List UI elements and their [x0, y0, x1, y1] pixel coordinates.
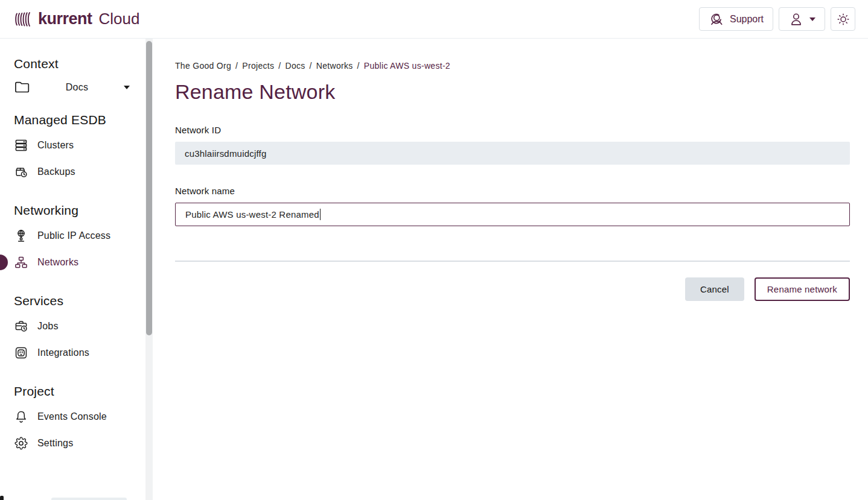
breadcrumb-project-docs[interactable]: Docs	[285, 61, 305, 71]
sidebar: Context Docs Managed ESDB Clusters	[0, 39, 155, 500]
backup-clock-icon	[14, 165, 28, 179]
breadcrumb-org[interactable]: The Good Org	[175, 61, 231, 71]
breadcrumb-separator: /	[357, 61, 360, 71]
sidebar-item-backups[interactable]: Backups	[0, 159, 155, 185]
context-selector[interactable]: Docs	[14, 80, 130, 95]
top-header: kurrent Cloud Support	[0, 0, 868, 39]
sidebar-item-label: Jobs	[37, 321, 59, 332]
brand-name: kurrent	[38, 10, 92, 28]
breadcrumb-separator: /	[235, 61, 238, 71]
servers-icon	[14, 138, 28, 153]
header-actions: Support	[699, 7, 855, 31]
rename-network-button[interactable]: Rename network	[755, 277, 850, 301]
headset-support-icon	[709, 11, 724, 27]
sidebar-item-label: Settings	[37, 438, 73, 449]
network-name-value: Public AWS us-west-2 Renamed	[185, 209, 319, 220]
network-tree-icon	[14, 255, 28, 270]
text-cursor	[320, 209, 321, 220]
context-selected-value: Docs	[30, 82, 124, 93]
kurrent-stripes-icon	[14, 10, 33, 28]
section-heading-context: Context	[14, 57, 141, 71]
sidebar-item-label: Public IP Access	[37, 230, 110, 241]
network-name-input[interactable]: Public AWS us-west-2 Renamed	[175, 203, 850, 226]
user-menu-button[interactable]	[779, 7, 825, 31]
sidebar-item-events-console[interactable]: Events Console	[0, 403, 155, 430]
brand-logo[interactable]: kurrent Cloud	[14, 10, 139, 28]
breadcrumb-networks[interactable]: Networks	[316, 61, 353, 71]
sidebar-item-integrations[interactable]: Integrations	[0, 340, 155, 366]
folder-icon	[14, 80, 30, 95]
sidebar-item-label: Backups	[37, 166, 75, 177]
section-heading-managed-esdb: Managed ESDB	[14, 113, 141, 127]
page-title: Rename Network	[175, 80, 850, 104]
breadcrumb: The Good Org/Projects/Docs/Networks/Publ…	[175, 61, 850, 71]
brand-suffix: Cloud	[99, 10, 140, 28]
main-content: The Good Org/Projects/Docs/Networks/Publ…	[155, 39, 868, 500]
sidebar-item-clusters[interactable]: Clusters	[0, 132, 155, 159]
network-id-value: cu3hlaiirsdmuidcjffg	[185, 148, 266, 159]
sidebar-item-label: Networks	[37, 257, 78, 268]
sidebar-item-settings[interactable]: Settings	[0, 430, 155, 457]
user-icon	[788, 11, 804, 27]
breadcrumb-projects[interactable]: Projects	[242, 61, 274, 71]
sidebar-item-jobs[interactable]: Jobs	[0, 313, 155, 340]
active-item-indicator	[0, 255, 8, 270]
section-heading-project: Project	[14, 384, 141, 399]
caret-down-icon	[124, 86, 130, 89]
globe-stand-icon	[14, 229, 28, 243]
theme-toggle-button[interactable]	[831, 7, 855, 31]
breadcrumb-current-network: Public AWS us-west-2	[364, 61, 450, 71]
section-heading-services: Services	[14, 294, 141, 308]
support-button[interactable]: Support	[699, 7, 773, 31]
sidebar-item-label: Events Console	[37, 411, 107, 422]
clipped-bottom-element	[51, 498, 127, 500]
sidebar-item-networks[interactable]: Networks	[0, 249, 155, 276]
gear-icon	[14, 436, 28, 451]
form-divider	[175, 261, 850, 262]
sidebar-item-public-ip-access[interactable]: Public IP Access	[0, 223, 155, 249]
support-label: Support	[730, 14, 764, 25]
sidebar-item-label: Clusters	[37, 140, 74, 151]
sun-icon	[836, 12, 850, 27]
section-heading-networking: Networking	[14, 203, 141, 218]
network-id-field: cu3hlaiirsdmuidcjffg	[175, 142, 850, 165]
outlet-icon	[14, 346, 28, 360]
sidebar-item-label: Integrations	[37, 347, 89, 358]
breadcrumb-separator: /	[278, 61, 281, 71]
cancel-button[interactable]: Cancel	[685, 277, 744, 301]
network-id-label: Network ID	[175, 125, 850, 135]
bell-icon	[14, 410, 28, 424]
caret-down-icon	[809, 17, 815, 21]
briefcase-clock-icon	[14, 319, 28, 334]
network-name-label: Network name	[175, 186, 850, 196]
breadcrumb-separator: /	[310, 61, 312, 71]
form-actions: Cancel Rename network	[175, 277, 850, 301]
clipped-bottom-icon	[0, 496, 4, 500]
sidebar-scrollbar-thumb[interactable]	[146, 41, 152, 335]
